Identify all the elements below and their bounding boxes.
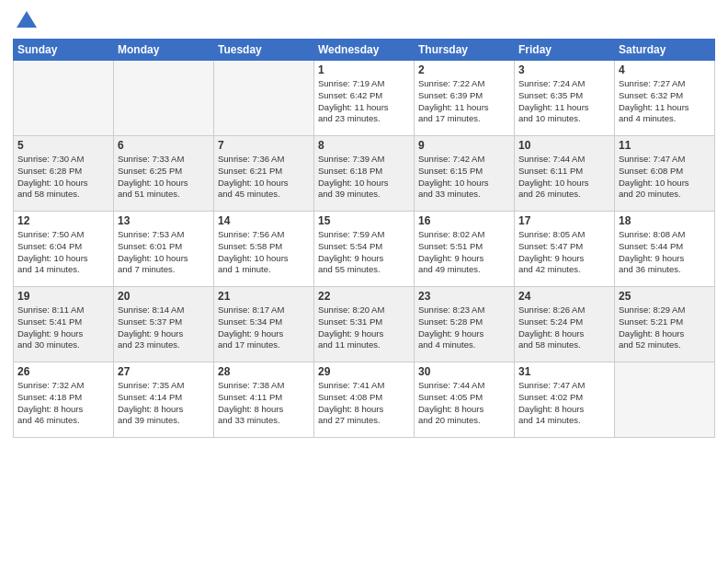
week-row-0: 1Sunrise: 7:19 AM Sunset: 6:42 PM Daylig…: [14, 61, 715, 136]
calendar-cell: 20Sunrise: 8:14 AM Sunset: 5:37 PM Dayli…: [114, 287, 214, 362]
calendar-cell: [615, 362, 715, 438]
calendar-cell: 3Sunrise: 7:24 AM Sunset: 6:35 PM Daylig…: [515, 61, 615, 136]
calendar-cell: [114, 61, 214, 136]
calendar-cell: 21Sunrise: 8:17 AM Sunset: 5:34 PM Dayli…: [214, 287, 314, 362]
calendar-cell: 9Sunrise: 7:42 AM Sunset: 6:15 PM Daylig…: [415, 136, 515, 212]
day-detail: Sunrise: 8:14 AM Sunset: 5:37 PM Dayligh…: [118, 304, 210, 351]
week-row-1: 5Sunrise: 7:30 AM Sunset: 6:28 PM Daylig…: [14, 136, 715, 212]
day-detail: Sunrise: 7:36 AM Sunset: 6:21 PM Dayligh…: [218, 154, 310, 201]
calendar-cell: 26Sunrise: 7:32 AM Sunset: 4:18 PM Dayli…: [14, 362, 114, 438]
day-number: 27: [118, 365, 210, 378]
week-row-3: 19Sunrise: 8:11 AM Sunset: 5:41 PM Dayli…: [14, 287, 715, 362]
calendar-cell: 30Sunrise: 7:44 AM Sunset: 4:05 PM Dayli…: [415, 362, 515, 438]
calendar-cell: 6Sunrise: 7:33 AM Sunset: 6:25 PM Daylig…: [114, 136, 214, 212]
day-of-week-thursday: Thursday: [415, 40, 515, 61]
day-detail: Sunrise: 7:59 AM Sunset: 5:54 PM Dayligh…: [318, 229, 410, 276]
days-of-week-row: SundayMondayTuesdayWednesdayThursdayFrid…: [14, 40, 715, 61]
day-number: 20: [118, 290, 210, 303]
calendar-cell: 13Sunrise: 7:53 AM Sunset: 6:01 PM Dayli…: [114, 212, 214, 287]
calendar-cell: 27Sunrise: 7:35 AM Sunset: 4:14 PM Dayli…: [114, 362, 214, 438]
calendar-cell: 15Sunrise: 7:59 AM Sunset: 5:54 PM Dayli…: [314, 212, 415, 287]
calendar-cell: 18Sunrise: 8:08 AM Sunset: 5:44 PM Dayli…: [615, 212, 715, 287]
day-detail: Sunrise: 7:56 AM Sunset: 5:58 PM Dayligh…: [218, 229, 310, 276]
day-number: 28: [218, 365, 310, 378]
day-detail: Sunrise: 8:02 AM Sunset: 5:51 PM Dayligh…: [418, 229, 510, 276]
day-detail: Sunrise: 7:22 AM Sunset: 6:39 PM Dayligh…: [418, 78, 510, 125]
day-detail: Sunrise: 8:08 AM Sunset: 5:44 PM Dayligh…: [619, 229, 711, 276]
day-number: 9: [418, 139, 510, 152]
day-of-week-saturday: Saturday: [615, 40, 715, 61]
day-detail: Sunrise: 7:39 AM Sunset: 6:18 PM Dayligh…: [318, 154, 410, 201]
calendar-cell: 29Sunrise: 7:41 AM Sunset: 4:08 PM Dayli…: [314, 362, 415, 438]
day-number: 29: [318, 365, 410, 378]
calendar-cell: 10Sunrise: 7:44 AM Sunset: 6:11 PM Dayli…: [515, 136, 615, 212]
day-number: 21: [218, 290, 310, 303]
calendar-cell: 19Sunrise: 8:11 AM Sunset: 5:41 PM Dayli…: [14, 287, 114, 362]
day-number: 8: [318, 139, 410, 152]
calendar-cell: [14, 61, 114, 136]
calendar-table: SundayMondayTuesdayWednesdayThursdayFrid…: [13, 39, 715, 438]
day-detail: Sunrise: 7:44 AM Sunset: 6:11 PM Dayligh…: [518, 154, 610, 201]
week-row-2: 12Sunrise: 7:50 AM Sunset: 6:04 PM Dayli…: [14, 212, 715, 287]
day-number: 7: [218, 139, 310, 152]
day-number: 10: [518, 139, 610, 152]
day-number: 14: [218, 214, 310, 227]
day-number: 13: [118, 214, 210, 227]
day-number: 17: [518, 214, 610, 227]
day-number: 30: [418, 365, 510, 378]
day-detail: Sunrise: 7:24 AM Sunset: 6:35 PM Dayligh…: [518, 78, 610, 125]
calendar-cell: 23Sunrise: 8:23 AM Sunset: 5:28 PM Dayli…: [415, 287, 515, 362]
day-number: 5: [17, 139, 109, 152]
day-detail: Sunrise: 8:17 AM Sunset: 5:34 PM Dayligh…: [218, 304, 310, 351]
day-number: 11: [619, 139, 711, 152]
calendar-cell: 24Sunrise: 8:26 AM Sunset: 5:24 PM Dayli…: [515, 287, 615, 362]
calendar-cell: 22Sunrise: 8:20 AM Sunset: 5:31 PM Dayli…: [314, 287, 415, 362]
calendar-cell: 16Sunrise: 8:02 AM Sunset: 5:51 PM Dayli…: [415, 212, 515, 287]
day-number: 16: [418, 214, 510, 227]
day-number: 3: [518, 63, 610, 76]
calendar-cell: [214, 61, 314, 136]
calendar-cell: 28Sunrise: 7:38 AM Sunset: 4:11 PM Dayli…: [214, 362, 314, 438]
logo-icon: [17, 9, 37, 29]
logo: [13, 9, 37, 33]
day-detail: Sunrise: 8:29 AM Sunset: 5:21 PM Dayligh…: [619, 304, 711, 351]
calendar-cell: 11Sunrise: 7:47 AM Sunset: 6:08 PM Dayli…: [615, 136, 715, 212]
day-detail: Sunrise: 7:42 AM Sunset: 6:15 PM Dayligh…: [418, 154, 510, 201]
day-number: 15: [318, 214, 410, 227]
day-detail: Sunrise: 7:30 AM Sunset: 6:28 PM Dayligh…: [17, 154, 109, 201]
day-detail: Sunrise: 8:20 AM Sunset: 5:31 PM Dayligh…: [318, 304, 410, 351]
day-detail: Sunrise: 8:05 AM Sunset: 5:47 PM Dayligh…: [518, 229, 610, 276]
day-detail: Sunrise: 7:35 AM Sunset: 4:14 PM Dayligh…: [118, 380, 210, 427]
day-detail: Sunrise: 7:50 AM Sunset: 6:04 PM Dayligh…: [17, 229, 109, 276]
day-number: 26: [17, 365, 109, 378]
day-detail: Sunrise: 7:47 AM Sunset: 6:08 PM Dayligh…: [619, 154, 711, 201]
day-number: 4: [619, 63, 711, 76]
day-detail: Sunrise: 7:27 AM Sunset: 6:32 PM Dayligh…: [619, 78, 711, 125]
day-of-week-wednesday: Wednesday: [314, 40, 415, 61]
calendar-cell: 7Sunrise: 7:36 AM Sunset: 6:21 PM Daylig…: [214, 136, 314, 212]
day-number: 22: [318, 290, 410, 303]
week-row-4: 26Sunrise: 7:32 AM Sunset: 4:18 PM Dayli…: [14, 362, 715, 438]
calendar-cell: 14Sunrise: 7:56 AM Sunset: 5:58 PM Dayli…: [214, 212, 314, 287]
day-number: 24: [518, 290, 610, 303]
day-number: 2: [418, 63, 510, 76]
day-number: 12: [17, 214, 109, 227]
day-number: 1: [318, 63, 410, 76]
day-detail: Sunrise: 7:44 AM Sunset: 4:05 PM Dayligh…: [418, 380, 510, 427]
day-detail: Sunrise: 8:23 AM Sunset: 5:28 PM Dayligh…: [418, 304, 510, 351]
day-detail: Sunrise: 7:41 AM Sunset: 4:08 PM Dayligh…: [318, 380, 410, 427]
day-number: 6: [118, 139, 210, 152]
day-detail: Sunrise: 7:33 AM Sunset: 6:25 PM Dayligh…: [118, 154, 210, 201]
svg-marker-0: [17, 11, 37, 28]
calendar-cell: 25Sunrise: 8:29 AM Sunset: 5:21 PM Dayli…: [615, 287, 715, 362]
day-of-week-tuesday: Tuesday: [214, 40, 314, 61]
day-detail: Sunrise: 7:47 AM Sunset: 4:02 PM Dayligh…: [518, 380, 610, 427]
day-number: 18: [619, 214, 711, 227]
day-detail: Sunrise: 7:53 AM Sunset: 6:01 PM Dayligh…: [118, 229, 210, 276]
calendar-cell: 8Sunrise: 7:39 AM Sunset: 6:18 PM Daylig…: [314, 136, 415, 212]
day-detail: Sunrise: 8:26 AM Sunset: 5:24 PM Dayligh…: [518, 304, 610, 351]
day-detail: Sunrise: 8:11 AM Sunset: 5:41 PM Dayligh…: [17, 304, 109, 351]
day-of-week-friday: Friday: [515, 40, 615, 61]
day-detail: Sunrise: 7:38 AM Sunset: 4:11 PM Dayligh…: [218, 380, 310, 427]
calendar-cell: 5Sunrise: 7:30 AM Sunset: 6:28 PM Daylig…: [14, 136, 114, 212]
